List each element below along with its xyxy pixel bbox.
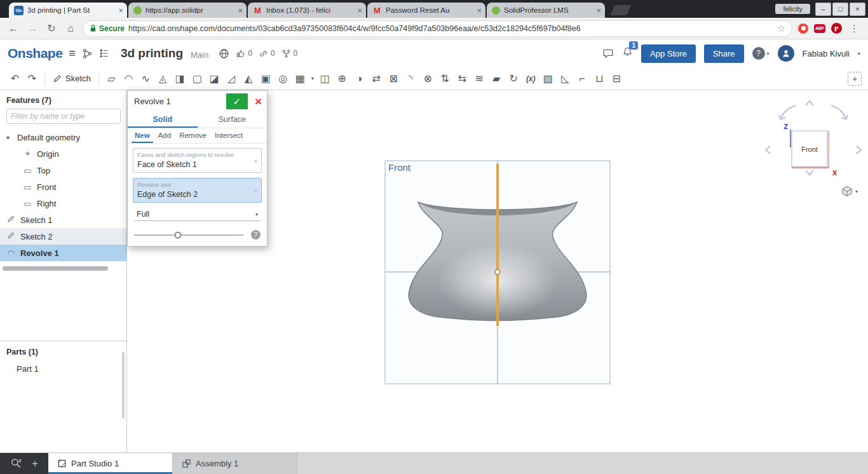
chamfer-icon[interactable]: ◪: [206, 72, 223, 85]
boolean-icon[interactable]: ⊕: [334, 72, 351, 85]
document-menu-icon[interactable]: ≡: [69, 47, 76, 60]
workspace-name[interactable]: Main: [191, 50, 208, 60]
view-mode-button[interactable]: ▾: [841, 186, 858, 197]
revolve-icon[interactable]: ◠: [120, 72, 137, 85]
chat-icon[interactable]: [602, 48, 614, 59]
tree-item-sketch-2[interactable]: Sketch 2: [0, 228, 126, 245]
clear-selection-icon[interactable]: ×: [253, 186, 258, 195]
search-tabs-icon[interactable]: [10, 457, 22, 470]
window-maximize-button[interactable]: □: [832, 3, 848, 16]
view-cube[interactable]: Front Z X: [763, 98, 864, 193]
modify-fillet-icon[interactable]: ◝: [402, 72, 419, 85]
help-icon[interactable]: ?: [251, 230, 261, 240]
share-button[interactable]: Share: [704, 44, 744, 63]
tree-item-top-plane[interactable]: ▭ Top: [0, 162, 126, 179]
browser-menu-icon[interactable]: ⋮: [847, 23, 862, 34]
fillet-icon[interactable]: ▢: [189, 72, 206, 85]
replace-face-icon[interactable]: ⇆: [454, 72, 471, 85]
user-name[interactable]: Fablab Kivuli: [803, 49, 850, 58]
adblock-extension-icon[interactable]: ABP: [814, 23, 825, 34]
chevron-down-icon[interactable]: ▾: [858, 51, 860, 57]
shell-icon[interactable]: ▣: [257, 72, 275, 85]
window-minimize-button[interactable]: –: [815, 3, 831, 16]
pattern-dropdown-icon[interactable]: ▾: [309, 76, 316, 81]
undo-icon[interactable]: ↶: [6, 72, 24, 85]
browser-tab-solidprofessor-app[interactable]: https://app.solidpr ×: [128, 3, 247, 18]
sketch-button[interactable]: Sketch: [53, 74, 91, 83]
tree-item-default-geometry[interactable]: ▾ Default geometry: [0, 129, 126, 146]
hole-icon[interactable]: ◎: [275, 72, 292, 85]
globe-icon[interactable]: [219, 48, 229, 59]
tab-close-icon[interactable]: ×: [238, 6, 243, 15]
document-title[interactable]: 3d printing: [121, 46, 183, 60]
tab-surface[interactable]: Surface: [198, 112, 268, 128]
mirror-icon[interactable]: ◫: [316, 72, 334, 85]
tab-solid[interactable]: Solid: [128, 112, 198, 128]
draft-icon[interactable]: ◿: [223, 72, 240, 85]
faces-selection-field[interactable]: Faces and sketch regions to revolve Face…: [133, 148, 262, 173]
mode-new[interactable]: New: [132, 128, 153, 143]
mode-remove[interactable]: Remove: [176, 128, 210, 143]
variable-icon[interactable]: (x): [522, 74, 539, 83]
extrude-icon[interactable]: ▱: [103, 72, 120, 85]
plane-icon[interactable]: ▰: [488, 72, 505, 85]
browser-tab-gmail-inbox[interactable]: M Inbox (1,073) - felici ×: [248, 3, 366, 18]
tab-part-studio-1[interactable]: Part Studio 1: [48, 453, 173, 474]
loft-icon[interactable]: ◬: [154, 72, 172, 85]
tab-close-icon[interactable]: ×: [118, 6, 123, 15]
help-menu[interactable]: ? ▾: [752, 47, 770, 60]
tab-close-icon[interactable]: ×: [357, 6, 362, 15]
links-stat[interactable]: 0: [259, 49, 275, 58]
split-icon[interactable]: ◑: [351, 73, 368, 85]
custom-feature-icon[interactable]: +: [848, 72, 862, 86]
url-field[interactable]: Secure https://cad.onshape.com/documents…: [83, 20, 792, 37]
offset-surface-icon[interactable]: ≋: [471, 72, 488, 85]
helix-icon[interactable]: ↻: [505, 72, 522, 85]
add-tab-icon[interactable]: +: [32, 457, 38, 470]
tab-close-icon[interactable]: ×: [596, 6, 601, 15]
confirm-button[interactable]: ✓: [226, 93, 248, 109]
mode-add[interactable]: Add: [155, 128, 174, 143]
browser-tab-onshape[interactable]: On 3d printing | Part St ×: [9, 3, 127, 18]
sketch-origin-point[interactable]: [495, 269, 500, 274]
sweep-icon[interactable]: ∿: [137, 72, 154, 85]
tree-item-front-plane[interactable]: ▭ Front: [0, 179, 126, 195]
bend-icon[interactable]: ⌐: [574, 73, 591, 85]
app-store-button[interactable]: App Store: [641, 44, 696, 63]
move-face-icon[interactable]: ⇅: [437, 72, 454, 85]
notifications-button[interactable]: 1: [622, 46, 633, 60]
transform-icon[interactable]: ⇄: [368, 72, 385, 85]
likes-stat[interactable]: 0: [236, 49, 252, 58]
rib-icon[interactable]: ◭: [240, 72, 257, 85]
new-tab-button[interactable]: [610, 5, 631, 15]
linear-pattern-icon[interactable]: ▦: [292, 72, 309, 85]
secure-indicator[interactable]: Secure: [90, 24, 125, 33]
tree-item-revolve-1[interactable]: ◠ Revolve 1: [0, 245, 126, 261]
fill-surface-icon[interactable]: ▧: [539, 72, 557, 85]
versions-icon[interactable]: [82, 48, 93, 59]
window-close-button[interactable]: ×: [850, 3, 865, 16]
opacity-slider[interactable]: [134, 234, 243, 236]
bookmark-star-icon[interactable]: ☆: [777, 23, 785, 34]
thicken-icon[interactable]: ◨: [172, 72, 189, 85]
avatar[interactable]: [778, 45, 794, 62]
parts-vertical-scrollbar[interactable]: [122, 352, 125, 419]
forward-button[interactable]: →: [25, 23, 39, 34]
features-horizontal-scrollbar[interactable]: [3, 266, 108, 271]
reload-button[interactable]: ↻: [44, 22, 58, 34]
features-filter-input[interactable]: [6, 109, 121, 124]
part-list-item[interactable]: Part 1: [0, 360, 126, 377]
pinterest-extension-icon[interactable]: P: [831, 23, 842, 34]
browser-tab-password-reset[interactable]: M Password Reset Au ×: [367, 3, 485, 18]
tab-assembly-1[interactable]: Assembly 1: [173, 453, 297, 474]
url-text[interactable]: https://cad.onshape.com/documents/03cab6…: [128, 24, 773, 33]
revolve-type-select[interactable]: Full ▾: [134, 208, 261, 221]
sheet-metal-icon[interactable]: ◺: [557, 72, 574, 85]
flatten-icon[interactable]: ⊟: [608, 72, 625, 85]
clear-selection-icon[interactable]: ×: [253, 156, 258, 165]
extension-red-circle-icon[interactable]: [797, 23, 809, 34]
home-button[interactable]: ⌂: [64, 23, 78, 34]
cancel-button[interactable]: ×: [255, 95, 262, 107]
revolve-axis-field[interactable]: Revolve axis Edge of Sketch 2 ×: [133, 178, 262, 203]
delete-part-icon[interactable]: ⊠: [385, 72, 402, 85]
